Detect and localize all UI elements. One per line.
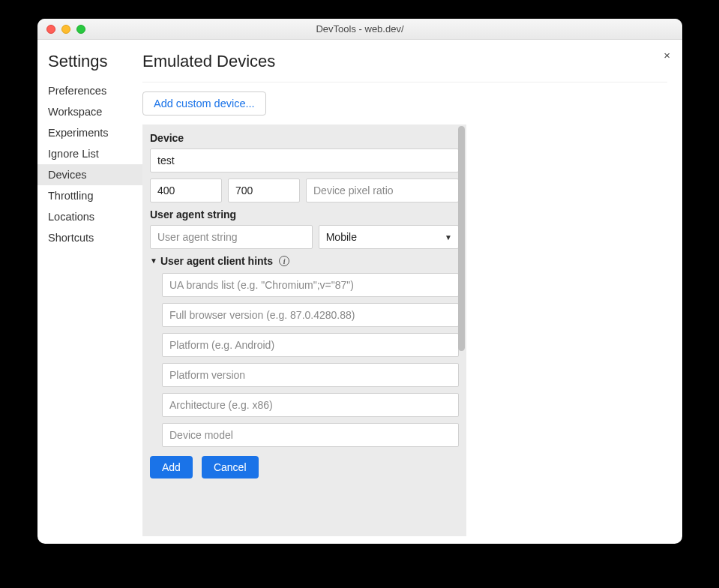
full-browser-version-input[interactable] (162, 303, 459, 327)
scrollbar[interactable] (458, 126, 465, 535)
scrollbar-thumb[interactable] (458, 126, 465, 351)
info-icon[interactable]: i (279, 256, 289, 266)
platform-input[interactable] (162, 333, 459, 357)
device-model-input[interactable] (162, 423, 459, 447)
minimize-window-button[interactable] (61, 25, 70, 34)
close-icon[interactable]: × (664, 49, 670, 62)
sidebar-item-devices[interactable]: Devices (37, 164, 142, 185)
cancel-button[interactable]: Cancel (202, 456, 259, 478)
divider (142, 82, 667, 82)
settings-main: Emulated Devices Add custom device... De… (142, 40, 682, 544)
sidebar-item-workspace[interactable]: Workspace (37, 101, 142, 122)
settings-heading: Settings (37, 52, 142, 71)
device-form-wrap: Device User agent string (142, 124, 667, 536)
user-agent-input[interactable] (150, 225, 313, 249)
device-width-input[interactable] (150, 178, 222, 202)
client-hints-inputs (150, 273, 459, 453)
device-section-label: Device (150, 132, 459, 144)
platform-version-input[interactable] (162, 363, 459, 387)
sidebar-item-experiments[interactable]: Experiments (37, 122, 142, 143)
zoom-window-button[interactable] (76, 25, 85, 34)
architecture-input[interactable] (162, 393, 459, 417)
user-agent-type-select[interactable]: Mobile (319, 225, 459, 249)
add-button[interactable]: Add (150, 456, 193, 478)
add-custom-device-button[interactable]: Add custom device... (142, 92, 266, 116)
sidebar-item-locations[interactable]: Locations (37, 206, 142, 227)
window-title: DevTools - web.dev/ (37, 23, 682, 34)
device-form: Device User agent string (142, 124, 466, 536)
titlebar: DevTools - web.dev/ (37, 19, 682, 40)
sidebar-item-preferences[interactable]: Preferences (37, 80, 142, 101)
client-hints-label: User agent client hints (160, 255, 273, 267)
ua-section-label: User agent string (150, 208, 459, 220)
caret-down-icon: ▼ (150, 256, 157, 265)
ua-brands-input[interactable] (162, 273, 459, 297)
close-window-button[interactable] (46, 25, 55, 34)
sidebar-item-ignore-list[interactable]: Ignore List (37, 143, 142, 164)
sidebar-item-throttling[interactable]: Throttling (37, 185, 142, 206)
settings-sidebar: Settings Preferences Workspace Experimen… (37, 40, 142, 544)
devtools-window: DevTools - web.dev/ × Settings Preferenc… (37, 19, 682, 544)
device-name-input[interactable] (150, 148, 459, 172)
device-pixel-ratio-input[interactable] (306, 178, 459, 202)
settings-content: × Settings Preferences Workspace Experim… (37, 40, 682, 544)
device-height-input[interactable] (228, 178, 300, 202)
sidebar-item-shortcuts[interactable]: Shortcuts (37, 227, 142, 248)
client-hints-toggle[interactable]: ▼ User agent client hints i (150, 255, 459, 267)
page-title: Emulated Devices (142, 52, 667, 71)
window-controls (37, 25, 85, 34)
